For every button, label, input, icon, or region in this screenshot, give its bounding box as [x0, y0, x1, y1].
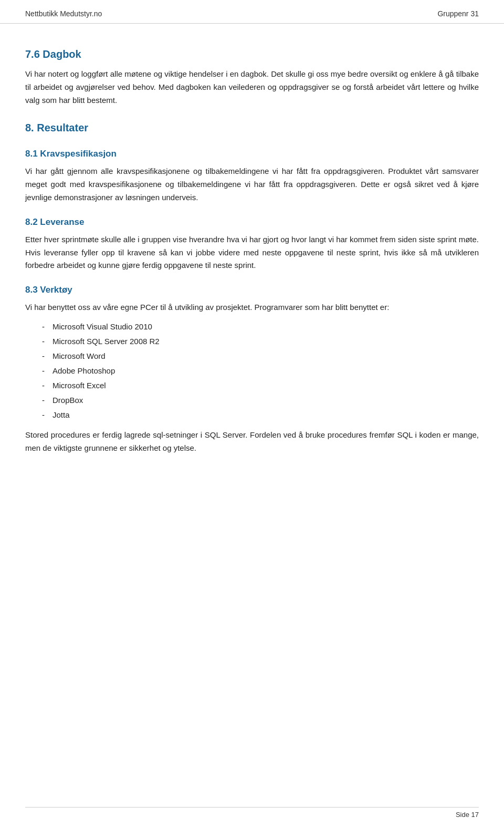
list-dash: - — [42, 409, 52, 421]
list-item: -Jotta — [25, 409, 479, 421]
list-item-text: Microsoft Excel — [52, 379, 106, 392]
page: Nettbutikk Medutstyr.no Gruppenr 31 7.6 … — [0, 0, 504, 828]
section-82-para-1: Etter hver sprintmøte skulle alle i grup… — [25, 233, 479, 272]
list-item-text: Jotta — [52, 409, 70, 421]
list-dash: - — [42, 335, 52, 348]
section-76-title: 7.6 Dagbok — [25, 46, 479, 63]
section-83-intro: Vi har benyttet oss av våre egne PCer ti… — [25, 301, 479, 314]
list-item-text: Microsoft Word — [52, 350, 106, 363]
list-item: -Microsoft SQL Server 2008 R2 — [25, 335, 479, 348]
section-81: 8.1 Kravspesifikasjon Vi har gått gjenno… — [25, 147, 479, 204]
section-76-para-1: Vi har notert og loggført alle møtene og… — [25, 68, 479, 107]
section-8: 8. Resultater — [25, 119, 479, 136]
list-item-text: Adobe Photoshop — [52, 365, 115, 377]
list-item: -Microsoft Visual Studio 2010 — [25, 320, 479, 333]
page-footer: Side 17 — [25, 807, 479, 819]
header-left: Nettbutikk Medutstyr.no — [25, 9, 102, 18]
list-item: -DropBox — [25, 394, 479, 407]
list-dash: - — [42, 379, 52, 392]
section-81-title: 8.1 Kravspesifikasjon — [25, 147, 479, 161]
section-81-para-1: Vi har gått gjennom alle kravspesifikasj… — [25, 165, 479, 204]
section-83-title: 8.3 Verktøy — [25, 283, 479, 297]
list-item: -Microsoft Excel — [25, 379, 479, 392]
list-dash: - — [42, 350, 52, 363]
list-item-text: Microsoft SQL Server 2008 R2 — [52, 335, 160, 348]
software-list: -Microsoft Visual Studio 2010-Microsoft … — [25, 320, 479, 421]
section-82-title: 8.2 Leveranse — [25, 215, 479, 229]
page-content: 7.6 Dagbok Vi har notert og loggført all… — [0, 28, 504, 493]
list-dash: - — [42, 320, 52, 333]
section-82: 8.2 Leveranse Etter hver sprintmøte skul… — [25, 215, 479, 272]
section-83: 8.3 Verktøy Vi har benyttet oss av våre … — [25, 283, 479, 454]
list-dash: - — [42, 394, 52, 407]
list-dash: - — [42, 365, 52, 377]
footer-page-number: Side 17 — [456, 811, 479, 819]
section-8-title: 8. Resultater — [25, 119, 479, 136]
section-83-closing: Stored procedures er ferdig lagrede sql-… — [25, 429, 479, 455]
section-76: 7.6 Dagbok Vi har notert og loggført all… — [25, 46, 479, 107]
header-right: Gruppenr 31 — [437, 9, 479, 18]
page-header: Nettbutikk Medutstyr.no Gruppenr 31 — [0, 0, 504, 24]
list-item: -Adobe Photoshop — [25, 365, 479, 377]
list-item-text: DropBox — [52, 394, 83, 407]
list-item: -Microsoft Word — [25, 350, 479, 363]
list-item-text: Microsoft Visual Studio 2010 — [52, 320, 152, 333]
